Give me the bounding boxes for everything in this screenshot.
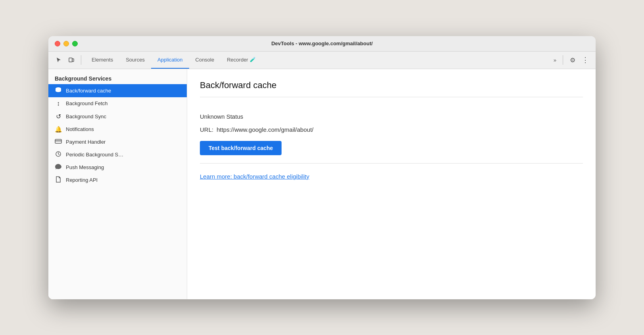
tab-recorder-label: Recorder [227,57,248,63]
toolbar-divider [81,55,81,65]
more-options-button[interactable]: ⋮ [580,54,591,65]
main-panel: Back/forward cache Unknown Status URL: h… [187,69,596,299]
devtools-window: DevTools - www.google.com/gmail/about/ E… [48,36,596,299]
svg-rect-0 [69,58,72,62]
sidebar-item-periodic-bg[interactable]: Periodic Background S… [48,148,187,161]
close-button[interactable] [55,41,60,46]
recorder-flask-icon: 🧪 [250,57,256,62]
bfcache-icon [55,87,62,94]
tab-recorder[interactable]: Recorder 🧪 [220,51,262,69]
more-tabs-button[interactable]: » [551,54,559,65]
sidebar-item-payment-handler[interactable]: Payment Handler [48,136,187,148]
toolbar-right: » ⚙ ⋮ [551,54,591,65]
sidebar-item-bfcache-label: Back/forward cache [66,88,111,94]
sidebar-item-notifications[interactable]: 🔔 Notifications [48,123,187,136]
toolbar-divider-right [563,55,563,65]
test-bfcache-button[interactable]: Test back/forward cache [200,141,282,155]
sidebar-item-periodic-bg-label: Periodic Background S… [66,152,123,158]
sidebar-item-reporting-api[interactable]: Reporting API [48,173,187,187]
learn-more-section: Learn more: back/forward cache eligibili… [200,164,583,190]
toolbar: Elements Sources Application Console Rec… [48,52,596,69]
maximize-button[interactable] [72,41,78,46]
sidebar-item-bg-sync[interactable]: ↺ Background Sync [48,110,187,123]
sidebar-item-bfcache[interactable]: Back/forward cache [48,84,187,97]
content-area: Background Services Back/forward cache ↕… [48,69,596,299]
sidebar-item-bg-fetch[interactable]: ↕ Background Fetch [48,97,187,110]
sidebar: Background Services Back/forward cache ↕… [48,69,187,299]
sidebar-item-reporting-api-label: Reporting API [66,177,98,183]
tab-elements[interactable]: Elements [85,51,119,69]
tabs-container: Elements Sources Application Console Rec… [85,51,550,69]
reporting-api-icon [55,176,62,184]
traffic-lights [55,41,78,46]
settings-button[interactable]: ⚙ [567,54,578,65]
push-messaging-icon [55,164,62,171]
sidebar-item-notifications-label: Notifications [66,126,94,132]
svg-rect-1 [72,59,74,62]
tab-console[interactable]: Console [189,51,221,69]
learn-more-link[interactable]: Learn more: back/forward cache eligibili… [200,173,309,180]
url-value: https://www.google.com/gmail/about/ [217,126,313,133]
svg-line-7 [58,154,59,155]
url-row: URL: https://www.google.com/gmail/about/ [200,126,583,133]
payment-handler-icon [55,139,62,145]
sidebar-item-push-messaging[interactable]: Push Messaging [48,161,187,173]
cursor-icon-button[interactable] [53,54,64,65]
minimize-button[interactable] [63,41,69,46]
bg-sync-icon: ↺ [55,113,62,120]
sidebar-item-bg-fetch-label: Background Fetch [66,100,108,106]
sidebar-item-payment-handler-label: Payment Handler [66,139,105,145]
periodic-bg-icon [55,151,62,158]
window-title: DevTools - www.google.com/gmail/about/ [271,40,373,46]
status-section: Unknown Status URL: https://www.google.c… [200,105,583,164]
status-text: Unknown Status [200,113,583,120]
device-toggle-button[interactable] [66,54,77,65]
panel-title: Back/forward cache [200,80,583,97]
title-bar: DevTools - www.google.com/gmail/about/ [48,36,596,52]
tab-application[interactable]: Application [151,51,189,69]
bg-fetch-icon: ↕ [55,100,62,107]
url-label: URL: [200,126,213,133]
notifications-icon: 🔔 [55,126,62,133]
tab-sources[interactable]: Sources [119,51,151,69]
sidebar-section-header: Background Services [48,72,187,84]
sidebar-item-bg-sync-label: Background Sync [66,114,106,119]
sidebar-item-push-messaging-label: Push Messaging [66,164,104,170]
